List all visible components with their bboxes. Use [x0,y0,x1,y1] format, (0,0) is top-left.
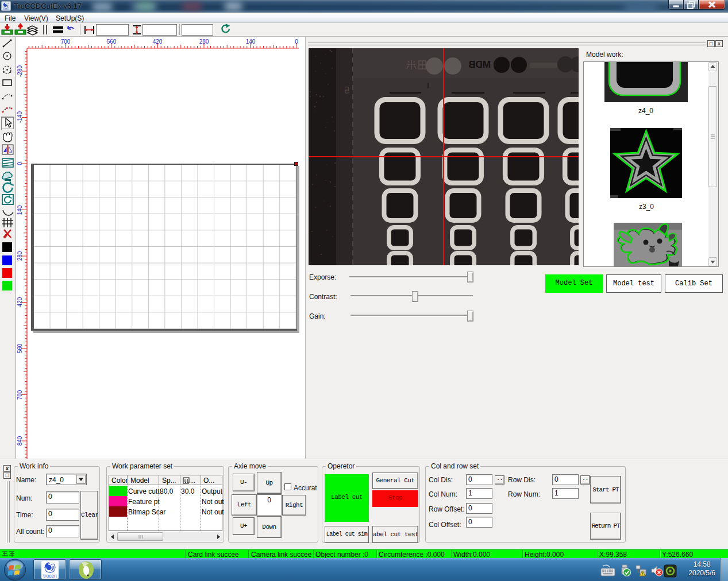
svg-text:5: 5 [344,86,349,95]
svg-text:!: ! [642,572,643,576]
svg-text:0: 0 [17,162,23,165]
svg-text:700: 700 [17,390,23,400]
svg-text:...: ... [190,477,195,484]
svg-text:140: 140 [17,205,23,215]
svg-text:280: 280 [199,38,209,45]
svg-text:trocen: trocen [43,573,57,579]
svg-text:420: 420 [17,297,23,307]
svg-text:-140: -140 [17,111,23,123]
svg-text:280: 280 [17,251,23,261]
svg-text:-280: -280 [17,65,23,77]
svg-text:560: 560 [17,343,23,353]
svg-text:0: 0 [295,38,298,45]
svg-text:MDB: MDB [468,59,491,70]
svg-text:420: 420 [153,38,163,45]
svg-text:trocen: trocen [3,8,9,10]
svg-text:560: 560 [107,38,117,45]
svg-text:840: 840 [17,436,23,446]
svg-text:700: 700 [61,38,71,45]
svg-text:140: 140 [246,38,256,45]
